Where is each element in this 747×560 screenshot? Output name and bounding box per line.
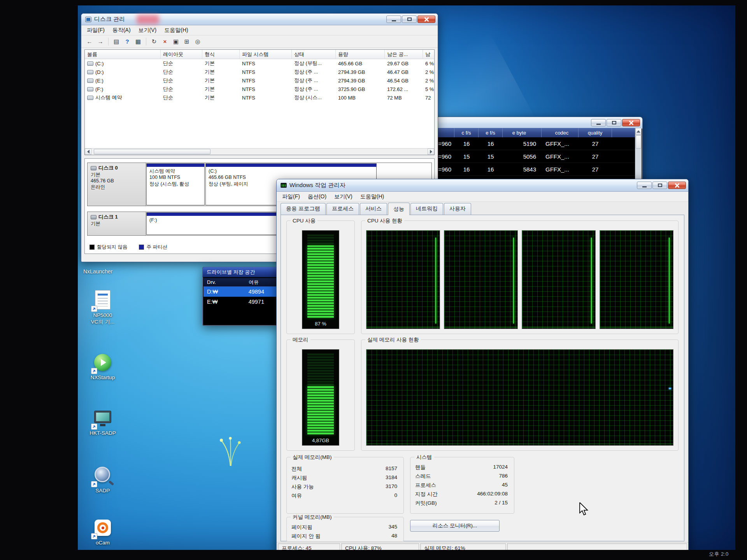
minimize-button[interactable] [591, 119, 606, 126]
minimize-button[interactable] [637, 182, 652, 189]
stat-value: 48 [391, 533, 397, 540]
column-header[interactable]: quality [579, 128, 612, 137]
group-label: 시스템 [414, 454, 434, 461]
stat-value: 3170 [386, 483, 397, 490]
maximize-button[interactable] [607, 119, 621, 126]
disk-type: 기본 [91, 220, 142, 227]
column-header[interactable]: 볼륨 [85, 50, 161, 59]
tab-performance[interactable]: 성능 [388, 203, 410, 215]
disk-management-titlebar[interactable]: 디스크 관리 [81, 14, 438, 25]
volume-row[interactable]: (D:) 단순 기본 NTFS 정상 (주 ... 2794.39 GB 46.… [85, 68, 434, 76]
column-header[interactable]: e byte [503, 128, 542, 137]
cell: 2 % [423, 78, 435, 84]
close-button[interactable] [622, 119, 640, 126]
drive-space-titlebar[interactable]: 드라이브별 저장 공간 [203, 267, 278, 277]
column-header[interactable]: e f/s [479, 128, 503, 137]
desktop-label-nxlauncher[interactable]: NxLauncher [83, 268, 113, 275]
menu-file[interactable]: 파일(F) [278, 192, 304, 201]
help-icon[interactable]: ? [122, 37, 132, 46]
scroll-right-arrow[interactable] [428, 149, 434, 155]
refresh-icon[interactable]: ↻ [149, 37, 159, 46]
cell: 16 [479, 166, 503, 173]
codec-window-titlebar[interactable] [413, 117, 642, 129]
volume-row[interactable]: (C:) 단순 기본 NTFS 정상 (부팅... 465.66 GB 29.6… [85, 59, 434, 68]
scrollbar-thumb[interactable] [636, 135, 641, 149]
cpu-core2-graph [444, 230, 518, 329]
column-header[interactable]: 용량 [336, 50, 385, 59]
column-header[interactable]: codec [542, 128, 579, 137]
menu-help[interactable]: 도움말(H) [356, 192, 388, 201]
desktop-icon-np5000[interactable]: NP5000 VC의 기... [84, 290, 121, 326]
menu-options[interactable]: 옵션(O) [304, 192, 330, 201]
memory-history-graph [366, 349, 673, 446]
drive-row-d[interactable]: D:₩ 49894 [203, 287, 277, 297]
window-view-icon[interactable]: ▦ [133, 37, 143, 46]
icon-label: HKT-SADP [84, 430, 121, 437]
status-cpu-usage: CPU 사용: 87% [341, 543, 419, 550]
console-tree-icon[interactable]: ▤ [111, 37, 121, 46]
close-button[interactable] [417, 16, 435, 23]
disk-type: 기본 [91, 172, 142, 178]
maximize-button[interactable] [652, 182, 667, 189]
cell: 27 [579, 166, 612, 173]
forward-icon[interactable]: → [95, 37, 105, 46]
delete-icon[interactable]: × [160, 37, 170, 46]
menu-help[interactable]: 도움말(H) [160, 26, 192, 35]
drive-row-e[interactable]: E:₩ 49971 [203, 297, 277, 307]
stat-label: 스레드 [415, 473, 431, 480]
back-icon[interactable]: ← [84, 37, 95, 46]
tab-processes[interactable]: 프로세스 [326, 203, 359, 215]
tab-users[interactable]: 사용자 [444, 203, 471, 215]
tab-networking[interactable]: 네트워킹 [410, 203, 443, 215]
desktop-icon-hkt-sadp[interactable]: HKT-SADP [84, 408, 121, 437]
desktop[interactable]: NxLauncher NP5000 VC의 기... NXStartup HKT… [78, 5, 735, 550]
icon-label-line2: VC의 기... [84, 319, 121, 326]
column-header[interactable]: 상태 [292, 50, 336, 59]
menu-view[interactable]: 보기(V) [135, 26, 161, 35]
menu-action[interactable]: 동작(A) [109, 26, 135, 35]
task-manager-titlebar[interactable]: Windows 작업 관리자 [277, 179, 688, 192]
disk-management-toolbar: ← → ▤ ? ▦ ↻ × ▣ ⊞ ◎ [81, 35, 438, 48]
menu-file[interactable]: 파일(F) [83, 26, 109, 35]
disk-icon [91, 215, 96, 219]
tab-applications[interactable]: 응용 프로그램 [281, 203, 326, 215]
maximize-button[interactable] [402, 16, 417, 23]
scroll-up-arrow[interactable] [635, 128, 642, 135]
cell: 46.54 GB [385, 78, 423, 84]
desktop-icon-nxstartup[interactable]: NXStartup [84, 352, 121, 381]
scrollbar-track[interactable] [91, 149, 428, 155]
partition-name: (C:) [206, 168, 376, 174]
tab-services[interactable]: 서비스 [360, 203, 387, 215]
codec-row[interactable]: =960 16 16 5190 GFFX_... 27 [414, 137, 642, 150]
close-button[interactable] [668, 182, 686, 189]
desktop-icon-ocam[interactable]: oCam [84, 517, 121, 546]
volume-row[interactable]: 시스템 예약 단순 기본 NTFS 정상 (시스... 100 MB 72 MB… [85, 93, 434, 102]
horizontal-scrollbar[interactable] [85, 148, 434, 155]
volume-row[interactable]: (E:) 단순 기본 NTFS 정상 (주 ... 2794.39 GB 46.… [85, 76, 434, 85]
cell: 단순 [161, 77, 202, 84]
column-header[interactable]: 남은 공... [385, 50, 423, 59]
codec-row[interactable]: =960 15 15 5056 GFFX_... 27 [414, 150, 642, 163]
column-header[interactable]: 형식 [202, 50, 240, 59]
minimize-button[interactable] [386, 16, 401, 23]
stat-value: 345 [388, 524, 397, 531]
shortcut-arrow-icon [91, 424, 97, 430]
desktop-icon-sadp[interactable]: SADP [84, 465, 121, 494]
codec-row[interactable]: =960 16 16 5843 GFFX_... 27 [414, 163, 642, 176]
disk0-label: 디스크 0 기본 465.76 GB 온라인 [88, 163, 146, 206]
open-icon[interactable]: ⊞ [182, 37, 192, 46]
partition-system-reserved[interactable]: 시스템 예약 100 MB NTFS 정상 (시스템, 활성 [146, 163, 205, 205]
resource-monitor-button[interactable]: 리소스 모니터(R)... [410, 520, 500, 532]
column-header[interactable]: 레이아웃 [161, 50, 202, 59]
stat-value: 2 / 15 [494, 500, 508, 507]
drive-space-table: Drv. 여유 D:₩ 49894 E:₩ 49971 [203, 278, 277, 325]
column-header[interactable]: 파일 시스템 [240, 50, 292, 59]
menu-view[interactable]: 보기(V) [330, 192, 356, 201]
column-header[interactable]: c f/s [454, 128, 479, 137]
find-icon[interactable]: ◎ [193, 37, 203, 46]
properties-icon[interactable]: ▣ [171, 37, 181, 46]
column-header[interactable]: 남 [423, 50, 435, 59]
scrollbar-thumb[interactable] [94, 149, 210, 154]
scroll-left-arrow[interactable] [85, 149, 91, 155]
volume-row[interactable]: (F:) 단순 기본 NTFS 정상 (주 ... 3725.90 GB 172… [85, 85, 434, 93]
